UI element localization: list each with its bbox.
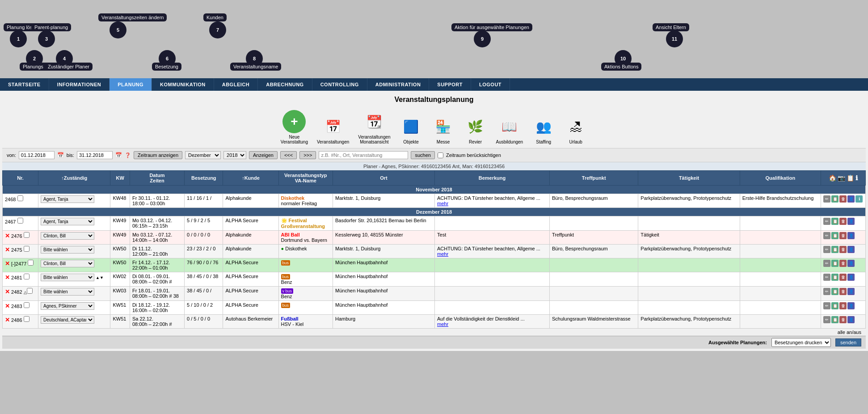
- von-calendar-icon[interactable]: 📅: [57, 152, 64, 158]
- user-icon[interactable]: 👤: [847, 260, 855, 267]
- delete-icon[interactable]: 🗑: [839, 195, 847, 203]
- copy-icon[interactable]: 📋: [831, 288, 839, 295]
- edit-icon[interactable]: ✏: [823, 195, 830, 203]
- bis-calendar-icon[interactable]: 📅: [115, 152, 122, 158]
- row-checkbox[interactable]: [24, 316, 29, 322]
- zeitraum-checkbox[interactable]: [438, 152, 443, 158]
- toolbar-veranstaltungen[interactable]: 📅 Veranstaltungen: [317, 115, 349, 144]
- zustaendig-select[interactable]: Clinton, Bill: [41, 260, 94, 267]
- bis-input[interactable]: [77, 151, 113, 159]
- bubble-9[interactable]: 9: [474, 30, 491, 47]
- delete-icon[interactable]: 🗑: [839, 218, 847, 225]
- help-icon[interactable]: ❓: [125, 152, 131, 158]
- delete-icon[interactable]: 🗑: [839, 302, 847, 309]
- edit-icon[interactable]: ✏: [823, 260, 830, 267]
- copy-icon[interactable]: 📋: [831, 302, 839, 309]
- delete-icon[interactable]: 🗑: [839, 260, 847, 267]
- delete-icon[interactable]: 🗑: [839, 316, 847, 323]
- copy-icon[interactable]: 📋: [831, 274, 839, 281]
- col-besetzung[interactable]: Besetzung: [185, 171, 223, 186]
- toolbar-neue-veranstaltung[interactable]: + NeueVeranstaltung: [281, 110, 308, 144]
- toolbar-urlaub[interactable]: 🏖 Urlaub: [564, 115, 587, 144]
- edit-icon[interactable]: ✏: [823, 288, 830, 295]
- ausgewaehlte-select[interactable]: Besetzungen drucken: [771, 338, 831, 347]
- copy-icon[interactable]: 📋: [831, 218, 839, 225]
- user-icon[interactable]: 👤: [847, 288, 855, 295]
- nav-controlling[interactable]: CONTROLLING: [312, 78, 367, 91]
- prev-button[interactable]: <<<: [280, 151, 297, 159]
- nav-administration[interactable]: ADMINISTRATION: [367, 78, 430, 91]
- zustaendig-select[interactable]: Clinton, Bill: [41, 232, 94, 240]
- toolbar-monatsansicht[interactable]: 📆 VeranstaltungenMonatsansicht: [358, 110, 390, 144]
- nav-support[interactable]: SUPPORT: [429, 78, 471, 91]
- nav-startseite[interactable]: STARTSEITE: [0, 78, 49, 91]
- bubble-5[interactable]: 5: [110, 21, 126, 38]
- zustaendig-select[interactable]: Bitte wählen: [41, 246, 94, 253]
- row-checkbox[interactable]: [27, 288, 33, 294]
- row-checkbox[interactable]: [17, 195, 23, 201]
- bubble-1[interactable]: 1: [10, 30, 27, 47]
- toolbar-messe[interactable]: 🏪 Messe: [432, 115, 455, 144]
- row-checkbox[interactable]: [24, 232, 29, 238]
- zeitraum-button[interactable]: Zeitraum anzeigen: [134, 151, 182, 159]
- von-input[interactable]: [19, 151, 55, 159]
- zustaendig-select[interactable]: Bitte wählen: [41, 274, 94, 281]
- edit-icon[interactable]: ✏: [823, 302, 830, 309]
- edit-icon[interactable]: ✏: [823, 274, 830, 281]
- toolbar-ausbildungen[interactable]: 📖 Ausbildungen: [496, 115, 523, 144]
- col-kunde[interactable]: ↑Kunde: [223, 171, 278, 186]
- bubble-11[interactable]: 11: [666, 30, 683, 47]
- copy-icon[interactable]: 📋: [831, 232, 839, 239]
- user-icon[interactable]: 👤: [847, 246, 855, 253]
- delete-icon[interactable]: 🗑: [839, 274, 847, 281]
- search-button[interactable]: suchen: [411, 151, 434, 159]
- copy-icon[interactable]: 📋: [831, 246, 839, 253]
- copy-icon[interactable]: 📋: [831, 260, 839, 267]
- zustaendig-select[interactable]: Deutschland, ACaptan: [41, 316, 94, 324]
- copy-icon[interactable]: 📋: [831, 316, 839, 323]
- row-checkbox[interactable]: [28, 260, 34, 266]
- edit-icon[interactable]: ✏: [823, 232, 830, 239]
- toolbar-staffing[interactable]: 👥 Staffing: [532, 115, 555, 144]
- toolbar-objekte[interactable]: 🟦 Objekte: [400, 115, 423, 144]
- user-icon[interactable]: 👤: [847, 316, 855, 323]
- zustaendig-select[interactable]: Bitte wählen: [41, 288, 94, 296]
- row-checkbox[interactable]: [24, 274, 29, 279]
- zustaendig-select[interactable]: Agent, Tanja: [41, 218, 94, 225]
- user-icon[interactable]: 👤: [847, 274, 855, 281]
- user-icon[interactable]: 👤: [847, 232, 855, 239]
- row-checkbox[interactable]: [24, 246, 29, 252]
- next-button[interactable]: >>>: [299, 151, 316, 159]
- user-icon[interactable]: 👤: [847, 302, 855, 309]
- search-input[interactable]: [319, 151, 408, 159]
- monat-select[interactable]: JanuarFebruarMärz AprilMaiJuni JuliAugus…: [185, 151, 221, 159]
- senden-button[interactable]: senden: [835, 338, 861, 346]
- mehr-link[interactable]: mehr: [437, 251, 448, 257]
- nav-abrechnung[interactable]: ABRECHNUNG: [258, 78, 312, 91]
- nav-abgleich[interactable]: ABGLEICH: [214, 78, 258, 91]
- info-icon[interactable]: ℹ: [855, 195, 863, 203]
- bubble-3[interactable]: 3: [38, 30, 55, 47]
- edit-icon[interactable]: ✏: [823, 246, 830, 253]
- mehr-link[interactable]: mehr: [437, 201, 448, 206]
- edit-icon[interactable]: ✏: [823, 316, 830, 323]
- edit-icon[interactable]: ✏: [823, 218, 830, 225]
- user-icon[interactable]: 👤: [847, 218, 855, 225]
- nav-planung[interactable]: PLANUNG: [110, 78, 152, 91]
- copy-icon[interactable]: 📋: [831, 195, 839, 203]
- toolbar-revier[interactable]: 🌿 Revier: [464, 115, 487, 144]
- jahr-select[interactable]: 2016201720182019: [223, 151, 246, 159]
- mehr-link[interactable]: mehr: [437, 321, 448, 327]
- delete-icon[interactable]: 🗑: [839, 288, 847, 295]
- zustaendig-select[interactable]: Agent, Tanja: [41, 195, 94, 203]
- nav-informationen[interactable]: INFORMATIONEN: [49, 78, 110, 91]
- delete-icon[interactable]: 🗑: [839, 232, 847, 239]
- nav-logout[interactable]: LOGOUT: [471, 78, 510, 91]
- zustaendig-select[interactable]: Agnes, PSkinner: [41, 302, 94, 310]
- user-icon[interactable]: 👤: [847, 195, 855, 203]
- nav-kommunikation[interactable]: KOMMUNIKATION: [152, 78, 214, 91]
- delete-icon[interactable]: 🗑: [839, 246, 847, 253]
- anzeigen-button[interactable]: Anzeigen: [249, 151, 278, 159]
- col-zustaendig[interactable]: ↑Zuständig: [38, 171, 110, 186]
- bubble-7[interactable]: 7: [209, 21, 226, 38]
